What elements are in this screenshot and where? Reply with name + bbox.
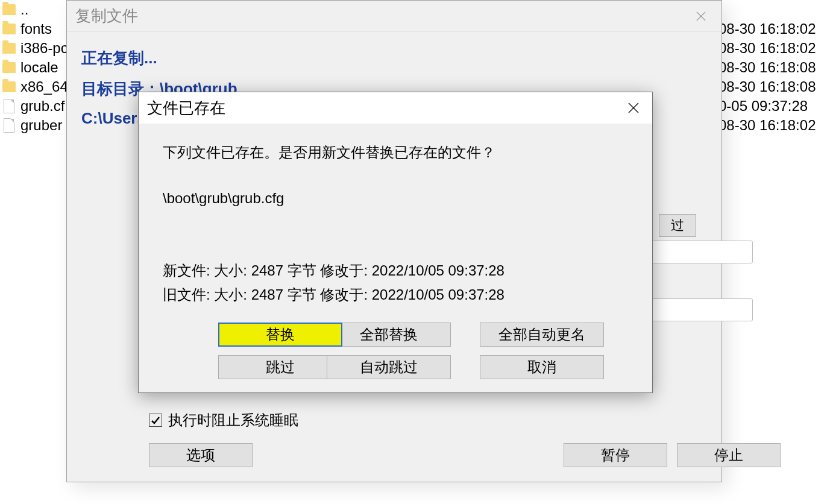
auto-skip-button[interactable]: 自动跳过: [327, 355, 451, 379]
close-button[interactable]: [618, 96, 649, 120]
conflict-buttons: 替换 全部替换 全部自动更名 跳过 自动跳过 取消: [139, 323, 652, 379]
file-dates: 08-30 16:18:02 08-30 16:18:02 08-30 16:1…: [718, 19, 816, 135]
skip-button[interactable]: 跳过: [218, 355, 342, 379]
list-item[interactable]: gruber: [0, 116, 69, 135]
file-date: 08-30 16:18:02: [718, 116, 816, 135]
pause-button[interactable]: 暂停: [564, 443, 667, 467]
folder-icon: [0, 20, 18, 38]
list-item[interactable]: ..: [0, 0, 69, 19]
replace-all-button[interactable]: 全部替换: [327, 323, 451, 347]
file-name: gruber: [20, 116, 69, 135]
copy-status: 正在复制...: [81, 48, 707, 69]
file-name: ..: [20, 0, 69, 19]
file-exists-dialog: 文件已存在 下列文件已存在。是否用新文件替换已存在的文件？ \boot\grub…: [138, 92, 653, 393]
folder-icon: [0, 39, 18, 57]
file-date: 0-05 09:37:28: [718, 96, 816, 116]
file-date: 08-30 16:18:08: [718, 77, 816, 96]
file-name: grub.cf: [20, 96, 69, 116]
file-date: 08-30 16:18:02: [718, 39, 816, 58]
folder-icon: [0, 1, 18, 19]
file-name: x86_64: [20, 77, 69, 96]
new-file-info: 新文件: 大小: 2487 字节 修改于: 2022/10/05 09:37:2…: [163, 259, 628, 283]
checkbox-icon: [149, 414, 162, 427]
list-item[interactable]: grub.cf: [0, 96, 69, 116]
options-button[interactable]: 选项: [149, 443, 253, 467]
replace-button[interactable]: 替换: [218, 323, 342, 347]
file-info: 新文件: 大小: 2487 字节 修改于: 2022/10/05 09:37:2…: [163, 259, 628, 307]
stop-button[interactable]: 停止: [677, 443, 781, 467]
conflict-path: \boot\grub\grub.cfg: [163, 186, 628, 210]
file-name: fonts: [20, 19, 69, 39]
cancel-button[interactable]: 取消: [480, 355, 604, 379]
skip-button[interactable]: 过: [659, 214, 696, 237]
close-icon: [627, 102, 640, 114]
dialog-title: 文件已存在: [147, 98, 225, 119]
old-file-info: 旧文件: 大小: 2487 字节 修改于: 2022/10/05 09:37:2…: [163, 283, 628, 307]
file-icon: [0, 116, 18, 134]
folder-icon: [0, 58, 18, 77]
file-name: locale: [20, 58, 69, 77]
list-item[interactable]: fonts: [0, 19, 69, 39]
list-item[interactable]: i386-pc: [0, 39, 69, 58]
dialog-title: 复制文件: [75, 5, 138, 27]
checkbox-label: 执行时阻止系统睡眠: [168, 411, 298, 430]
prevent-sleep-checkbox[interactable]: 执行时阻止系统睡眠: [149, 411, 298, 430]
dialog-titlebar[interactable]: 文件已存在: [139, 92, 652, 124]
conflict-question: 下列文件已存在。是否用新文件替换已存在的文件？: [163, 140, 628, 165]
file-date: 08-30 16:18:08: [718, 58, 816, 77]
button-label: 替换: [266, 325, 295, 344]
file-list: .. fonts i386-pc locale x86_64 grub.cf g…: [0, 0, 69, 135]
dialog-body: 下列文件已存在。是否用新文件替换已存在的文件？ \boot\grub\grub.…: [139, 124, 652, 324]
file-name: i386-pc: [20, 39, 69, 58]
list-item[interactable]: x86_64: [0, 77, 69, 96]
file-icon: [0, 97, 18, 115]
dialog-titlebar[interactable]: 复制文件: [67, 1, 721, 32]
close-icon: [696, 11, 706, 22]
auto-rename-all-button[interactable]: 全部自动更名: [480, 323, 604, 347]
close-button[interactable]: [687, 4, 715, 28]
folder-icon: [0, 78, 18, 96]
list-item[interactable]: locale: [0, 58, 69, 77]
file-date: 08-30 16:18:02: [718, 19, 816, 39]
